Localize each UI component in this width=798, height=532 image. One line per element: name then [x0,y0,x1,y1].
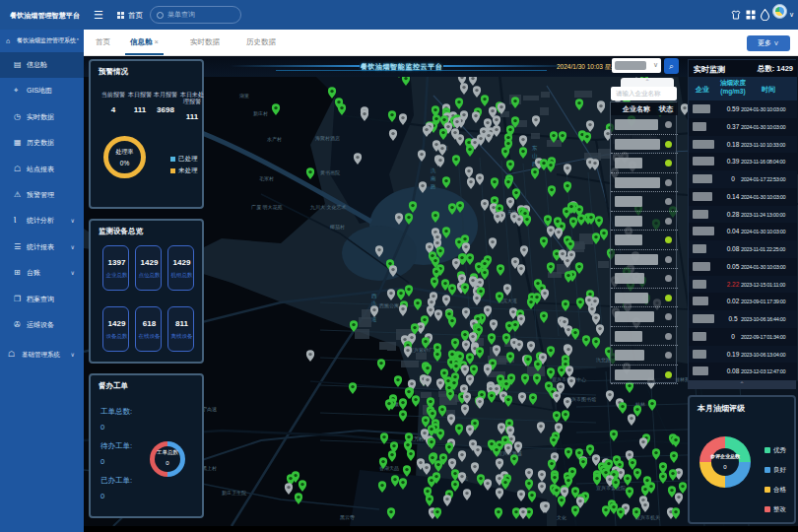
svg-text:水产村: 水产村 [267,136,282,143]
svg-text:宜兴紫砂厂: 宜兴紫砂厂 [409,347,433,353]
svg-text:东: 东 [531,145,538,151]
svg-text:黄书画院: 黄书画院 [320,169,340,176]
svg-text:椰茄村: 椰茄村 [329,224,345,231]
svg-text:新庄卫生院: 新庄卫生院 [222,490,246,497]
svg-text:南: 南 [431,175,436,181]
svg-text:新庄村: 新庄村 [253,110,268,117]
svg-text:广厦 明大花苑: 广厦 明大花苑 [251,204,282,211]
svg-text:湖里: 湖里 [239,93,249,99]
svg-text:氿: 氿 [371,300,377,306]
svg-text:黑上村: 黑上村 [202,465,217,472]
svg-text:文化: 文化 [557,514,566,521]
svg-text:黑云寺: 黑云寺 [340,514,355,520]
svg-text:路: 路 [431,183,436,189]
svg-text:西: 西 [371,293,377,299]
svg-text:毛家村: 毛家村 [259,175,274,182]
svg-text:西施公寓: 西施公寓 [379,302,399,309]
svg-text:山: 山 [532,153,538,159]
svg-text:宜兴市警念院: 宜兴市警念院 [596,485,626,492]
svg-text:海聚村酒店: 海聚村酒店 [315,135,340,142]
svg-text:氿: 氿 [431,167,436,173]
svg-text:九川大 文化艺术: 九川大 文化艺术 [310,204,346,211]
